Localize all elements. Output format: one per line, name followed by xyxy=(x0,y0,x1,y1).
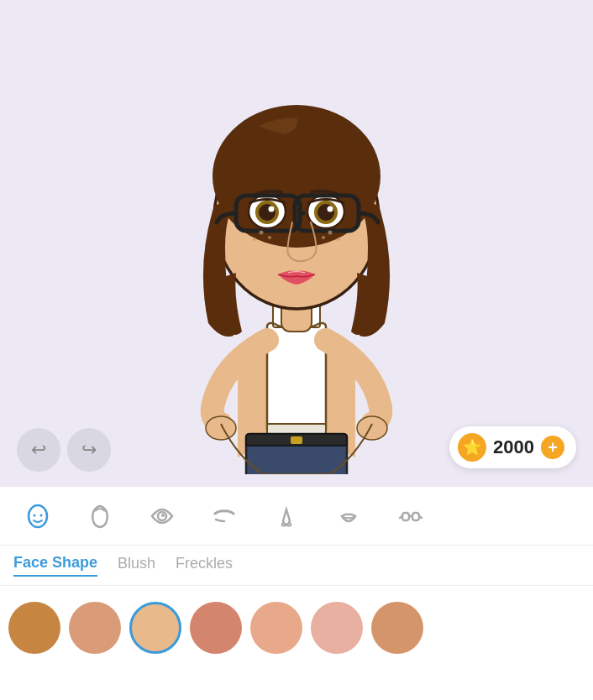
category-accessory-icon[interactable] xyxy=(381,491,440,541)
tab-face-shape[interactable]: Face Shape xyxy=(13,554,97,577)
svg-point-32 xyxy=(161,514,165,517)
svg-point-14 xyxy=(259,204,276,221)
swatch-4[interactable] xyxy=(190,602,242,654)
swatch-2[interactable] xyxy=(69,602,121,654)
swatches-row xyxy=(0,586,593,670)
svg-point-28 xyxy=(29,505,47,527)
coin-count: 2000 xyxy=(493,436,534,458)
svg-point-8 xyxy=(357,416,387,440)
svg-point-19 xyxy=(328,206,333,212)
category-hair-icon[interactable] xyxy=(71,491,129,541)
svg-point-15 xyxy=(269,206,275,212)
category-eyes-icon[interactable] xyxy=(133,491,192,541)
svg-rect-6 xyxy=(291,436,302,444)
coin-star-icon: ⭐ xyxy=(458,433,486,462)
swatch-5[interactable] xyxy=(250,602,302,654)
swatch-6[interactable] xyxy=(311,602,363,654)
svg-point-25 xyxy=(328,231,333,235)
swatch-7[interactable] xyxy=(371,602,423,654)
svg-point-24 xyxy=(253,238,256,241)
svg-rect-3 xyxy=(267,424,326,434)
svg-point-29 xyxy=(34,514,36,516)
svg-point-7 xyxy=(206,416,236,440)
svg-point-26 xyxy=(322,236,325,239)
category-nose-icon[interactable] xyxy=(257,491,316,541)
swatch-1[interactable] xyxy=(8,602,60,654)
add-coins-button[interactable]: + xyxy=(541,436,564,459)
swatch-3[interactable] xyxy=(129,602,181,654)
undo-redo-controls: ↩ ↪ xyxy=(17,428,111,472)
redo-button[interactable]: ↪ xyxy=(67,428,111,472)
svg-point-27 xyxy=(337,238,340,241)
subcategory-tabs: Face Shape Blush Freckles xyxy=(0,546,593,586)
avatar-area: ↩ ↪ ⭐ 2000 + xyxy=(0,0,593,487)
tab-freckles[interactable]: Freckles xyxy=(176,555,233,576)
svg-point-18 xyxy=(317,204,334,221)
category-face-icon[interactable] xyxy=(8,491,67,541)
category-icons-row xyxy=(0,487,593,546)
svg-rect-33 xyxy=(402,513,409,520)
coins-display: ⭐ 2000 + xyxy=(449,426,576,468)
undo-button[interactable]: ↩ xyxy=(17,428,60,472)
svg-point-23 xyxy=(268,236,271,239)
tab-blush[interactable]: Blush xyxy=(118,555,155,576)
bottom-panel: Face Shape Blush Freckles xyxy=(0,487,593,700)
category-eyebrows-icon[interactable] xyxy=(195,491,254,541)
avatar-container xyxy=(137,38,456,474)
svg-point-30 xyxy=(40,514,43,516)
svg-rect-34 xyxy=(412,513,419,520)
category-lips-icon[interactable] xyxy=(319,491,378,541)
svg-point-22 xyxy=(260,231,264,235)
